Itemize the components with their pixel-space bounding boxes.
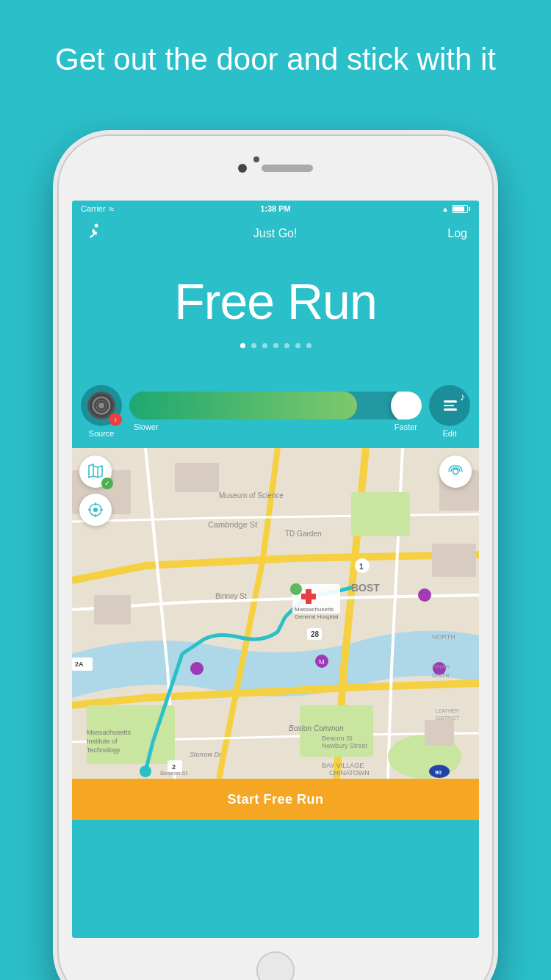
phone-bezel-bottom <box>59 938 492 980</box>
source-music-badge: ♪ <box>109 413 122 426</box>
svg-text:Boston Common: Boston Common <box>289 724 344 732</box>
svg-text:FINAN: FINAN <box>432 663 450 670</box>
camera-dot <box>238 164 247 173</box>
edit-line-1 <box>444 400 457 403</box>
svg-text:Institute of: Institute of <box>87 738 118 745</box>
slider-track[interactable] <box>129 392 422 419</box>
dot-1[interactable] <box>240 343 245 348</box>
start-run-button[interactable]: Start Free Run <box>72 779 479 820</box>
svg-text:28: 28 <box>311 630 320 638</box>
svg-point-35 <box>290 583 302 595</box>
nav-title: Just Go! <box>253 227 298 240</box>
svg-text:Massachusetts: Massachusetts <box>87 729 132 736</box>
svg-rect-7 <box>351 492 410 536</box>
music-note-icon: ♪ <box>460 391 465 403</box>
svg-text:Massachusetts: Massachusetts <box>295 606 334 613</box>
dot-5[interactable] <box>284 343 289 348</box>
svg-text:NORTH: NORTH <box>432 633 455 641</box>
svg-point-3 <box>96 400 107 411</box>
dot-3[interactable] <box>262 343 267 348</box>
svg-text:Museum of Science: Museum of Science <box>219 491 284 500</box>
dot-7[interactable] <box>306 343 311 348</box>
svg-point-4 <box>99 403 104 408</box>
home-button[interactable] <box>256 951 295 980</box>
svg-text:General Hospital: General Hospital <box>295 613 339 620</box>
svg-point-2 <box>93 397 110 414</box>
speaker <box>262 165 313 172</box>
edit-line-3 <box>444 408 457 411</box>
log-button[interactable]: Log <box>447 227 467 240</box>
slider-labels: Slower Faster <box>129 422 422 431</box>
edit-label: Edit <box>443 429 457 438</box>
svg-text:Newbury Street: Newbury Street <box>322 742 368 749</box>
svg-point-16 <box>140 765 151 777</box>
svg-point-38 <box>418 588 431 602</box>
dot-4[interactable] <box>273 343 278 348</box>
svg-text:DISTR: DISTR <box>432 672 450 679</box>
map-svg: Cambridge St Binney St Museum of Science… <box>72 448 479 779</box>
slider-fill <box>129 392 357 419</box>
source-icon-circle[interactable]: ♪ <box>81 385 122 426</box>
svg-rect-14 <box>432 544 476 577</box>
run-title: Free Run <box>72 273 479 330</box>
map-area: Cambridge St Binney St Museum of Science… <box>72 448 479 779</box>
battery-icon <box>452 205 470 213</box>
edit-line-2 <box>444 405 454 407</box>
location-icon <box>87 502 104 518</box>
wifi-icon: ≈ <box>109 203 114 215</box>
status-left: Carrier ≈ <box>81 203 114 215</box>
phone-shell: Carrier ≈ 1:38 PM ▲ <box>59 136 492 980</box>
audio-button[interactable] <box>439 455 472 488</box>
svg-text:DISTRICT: DISTRICT <box>436 716 460 721</box>
pagination-dots <box>72 343 479 348</box>
status-bar: Carrier ≈ 1:38 PM ▲ <box>72 201 479 217</box>
edit-icon-circle[interactable]: ♪ <box>429 385 470 426</box>
slider-thumb[interactable] <box>391 392 422 419</box>
controls-bar: ♪ Source Slower Faster <box>72 379 479 448</box>
status-right: ▲ <box>442 205 470 213</box>
edit-control[interactable]: ♪ Edit <box>429 385 470 438</box>
route-button[interactable]: ✓ <box>79 455 112 488</box>
dot-2[interactable] <box>251 343 256 348</box>
svg-text:TD Garden: TD Garden <box>285 530 321 538</box>
svg-text:Cambridge St: Cambridge St <box>208 520 257 529</box>
svg-rect-28 <box>301 594 316 599</box>
svg-point-1 <box>90 394 113 417</box>
start-run-label: Start Free Run <box>227 792 323 807</box>
svg-text:90: 90 <box>435 769 442 776</box>
speed-slider[interactable]: Slower Faster <box>129 392 422 431</box>
svg-point-40 <box>190 662 204 675</box>
svg-text:Storrow Dr: Storrow Dr <box>190 751 222 758</box>
dot-6[interactable] <box>295 343 300 348</box>
svg-text:M: M <box>319 658 325 666</box>
audio-waves-icon <box>447 464 464 480</box>
svg-text:2A: 2A <box>75 660 84 668</box>
svg-text:Beacon St: Beacon St <box>322 735 353 742</box>
svg-point-0 <box>95 224 98 228</box>
phone-screen: Carrier ≈ 1:38 PM ▲ <box>72 201 479 938</box>
svg-text:Beacon St: Beacon St <box>160 770 188 777</box>
location-icon: ▲ <box>442 205 449 213</box>
svg-text:1: 1 <box>359 563 364 571</box>
headline: Get out the door and stick with it <box>0 0 551 101</box>
location-button[interactable] <box>79 494 112 526</box>
source-control[interactable]: ♪ Source <box>81 385 122 438</box>
svg-rect-15 <box>425 720 454 746</box>
svg-text:LEATHER: LEATHER <box>436 708 459 713</box>
front-camera <box>253 156 259 162</box>
run-icon[interactable] <box>84 222 103 245</box>
svg-rect-11 <box>175 463 219 492</box>
slower-label: Slower <box>134 422 159 431</box>
faster-label: Faster <box>395 422 417 431</box>
source-label: Source <box>89 429 115 438</box>
svg-text:Technology: Technology <box>87 746 120 754</box>
slider-track-wrap[interactable] <box>129 392 422 419</box>
carrier-label: Carrier <box>81 204 106 213</box>
svg-point-61 <box>93 508 98 512</box>
map-icon <box>87 463 104 480</box>
nav-bar: Just Go! Log <box>72 217 479 251</box>
main-content: Free Run <box>72 251 479 379</box>
route-check-badge: ✓ <box>101 478 113 489</box>
svg-rect-12 <box>94 595 131 624</box>
svg-text:Binney St: Binney St <box>215 592 247 600</box>
